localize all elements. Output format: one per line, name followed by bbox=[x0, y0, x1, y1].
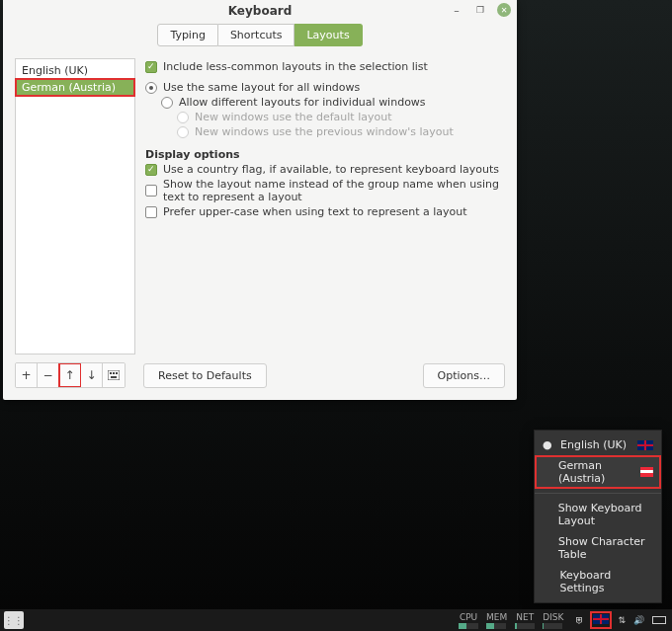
system-tray: ⛨ ⇅ 🔊 bbox=[569, 613, 672, 627]
opt-new-previous: New windows use the previous window's la… bbox=[177, 125, 505, 138]
radio-icon[interactable] bbox=[161, 97, 173, 109]
display-options-header: Display options bbox=[145, 148, 505, 161]
menu-item-keyboard-settings[interactable]: Keyboard Settings bbox=[535, 565, 661, 598]
layout-item-german-austria[interactable]: German (Austria) bbox=[16, 79, 134, 96]
opt-use-flag[interactable]: Use a country flag, if available, to rep… bbox=[145, 163, 505, 176]
label: German (Austria) bbox=[558, 459, 632, 485]
opt-new-default: New windows use the default layout bbox=[177, 111, 505, 123]
opt-prefer-upper[interactable]: Prefer upper-case when using text to rep… bbox=[145, 205, 505, 218]
label: New windows use the previous window's la… bbox=[195, 125, 454, 138]
menu-item-german-austria[interactable]: German (Austria) bbox=[535, 455, 661, 489]
layout-indicator-menu: ● English (UK) German (Austria) Show Key… bbox=[534, 430, 662, 603]
net-label: NET bbox=[516, 612, 534, 622]
label: Show Keyboard Layout bbox=[558, 502, 653, 527]
minimize-button[interactable] bbox=[450, 3, 463, 17]
label: Use a country flag, if available, to rep… bbox=[163, 163, 499, 176]
radio-icon[interactable] bbox=[145, 82, 157, 94]
opt-include-less-common[interactable]: Include less-common layouts in the selec… bbox=[145, 60, 505, 73]
label: Use the same layout for all windows bbox=[163, 81, 360, 94]
checkbox-icon[interactable] bbox=[145, 185, 157, 197]
selected-marker: ● bbox=[543, 438, 552, 451]
layout-item-english-uk[interactable]: English (UK) bbox=[16, 62, 134, 79]
options-button[interactable]: Options… bbox=[423, 363, 505, 388]
layout-list[interactable]: English (UK) German (Austria) bbox=[15, 58, 135, 355]
volume-icon[interactable]: 🔊 bbox=[633, 615, 644, 625]
svg-rect-2 bbox=[113, 372, 115, 374]
tab-typing[interactable]: Typing bbox=[157, 24, 218, 46]
remove-layout-button[interactable]: − bbox=[38, 363, 59, 387]
reset-defaults-button[interactable]: Reset to Defaults bbox=[143, 363, 267, 388]
move-up-button[interactable]: ↑ bbox=[59, 363, 81, 387]
radio-icon bbox=[177, 126, 189, 138]
menu-item-english-uk[interactable]: ● English (UK) bbox=[535, 434, 661, 455]
taskbar: ⋮⋮ CPU MEM NET DISK ⛨ ⇅ 🔊 bbox=[0, 609, 672, 631]
checkbox-icon[interactable] bbox=[145, 206, 157, 218]
add-layout-button[interactable]: + bbox=[16, 363, 38, 387]
checkbox-icon[interactable] bbox=[145, 61, 157, 73]
close-button[interactable] bbox=[497, 3, 511, 17]
radio-icon bbox=[177, 112, 189, 123]
label: Keyboard Settings bbox=[559, 569, 653, 594]
keyboard-icon bbox=[108, 370, 120, 380]
checkbox-icon[interactable] bbox=[145, 164, 157, 176]
move-down-button[interactable]: ↓ bbox=[81, 363, 103, 387]
menu-separator bbox=[535, 493, 661, 494]
system-monitor[interactable]: CPU MEM NET DISK bbox=[459, 612, 569, 629]
cpu-label: CPU bbox=[460, 612, 477, 622]
tab-layouts[interactable]: Layouts bbox=[294, 24, 362, 46]
titlebar: Keyboard bbox=[3, 0, 517, 22]
dialog-footer: + − ↑ ↓ Reset to Defaults Options… bbox=[15, 362, 505, 388]
keyboard-preview-button[interactable] bbox=[103, 363, 125, 387]
mem-label: MEM bbox=[486, 612, 507, 622]
disk-label: DISK bbox=[543, 612, 563, 622]
menu-item-show-chartable[interactable]: Show Character Table bbox=[535, 531, 661, 565]
network-icon[interactable]: ⇅ bbox=[618, 615, 626, 625]
svg-rect-0 bbox=[108, 370, 120, 380]
start-button[interactable]: ⋮⋮ bbox=[4, 611, 24, 629]
settings-pane: Include less-common layouts in the selec… bbox=[143, 58, 505, 355]
tab-bar: Typing Shortcuts Layouts bbox=[3, 24, 517, 46]
label: Show the layout name instead of the grou… bbox=[163, 178, 505, 203]
label: English (UK) bbox=[560, 438, 627, 451]
flag-at-icon bbox=[640, 467, 653, 477]
desktop: Keyboard Typing Shortcuts Layouts Englis… bbox=[0, 0, 672, 631]
menu-item-show-layout[interactable]: Show Keyboard Layout bbox=[535, 498, 661, 531]
opt-same-layout-all[interactable]: Use the same layout for all windows bbox=[145, 81, 505, 94]
label: Include less-common layouts in the selec… bbox=[163, 60, 428, 73]
shield-icon[interactable]: ⛨ bbox=[575, 615, 584, 625]
svg-rect-1 bbox=[110, 372, 112, 374]
maximize-button[interactable] bbox=[473, 3, 487, 17]
window-buttons bbox=[450, 3, 511, 17]
layout-toolbar: + − ↑ ↓ bbox=[15, 362, 126, 388]
label: Allow different layouts for individual w… bbox=[179, 96, 426, 109]
label: Prefer upper-case when using text to rep… bbox=[163, 205, 467, 218]
svg-rect-4 bbox=[111, 376, 117, 378]
flag-uk-icon bbox=[637, 440, 653, 450]
flag-uk-icon bbox=[593, 614, 609, 624]
label: New windows use the default layout bbox=[195, 111, 392, 123]
opt-show-layout-name[interactable]: Show the layout name instead of the grou… bbox=[145, 178, 505, 203]
opt-allow-diff-per-window[interactable]: Allow different layouts for individual w… bbox=[161, 96, 505, 109]
tab-shortcuts[interactable]: Shortcuts bbox=[218, 24, 295, 46]
keyboard-dialog: Keyboard Typing Shortcuts Layouts Englis… bbox=[3, 0, 517, 400]
svg-rect-3 bbox=[116, 372, 118, 374]
window-title: Keyboard bbox=[3, 0, 517, 22]
battery-icon[interactable] bbox=[652, 616, 666, 624]
keyboard-layout-indicator[interactable] bbox=[592, 613, 610, 627]
label: Show Character Table bbox=[558, 535, 653, 561]
